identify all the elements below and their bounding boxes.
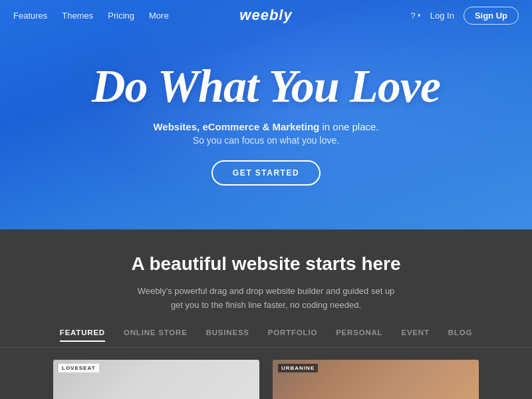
nav-more[interactable]: More (149, 11, 169, 21)
tab-personal[interactable]: PERSONAL (336, 329, 382, 342)
theme-tabs: FEATURED ONLINE STORE BUSINESS PORTFOLIO… (0, 329, 532, 348)
lower-title: A beautiful website starts here (131, 253, 400, 275)
nav-features[interactable]: Features (13, 11, 47, 21)
theme-card-urbanine[interactable]: URBANINE (273, 360, 479, 399)
navbar: Features Themes Pricing More weebly ? ▾ … (0, 0, 532, 31)
tab-event[interactable]: EVENT (401, 329, 429, 342)
hero-content: Do What You Love Websites, eCommerce & M… (92, 63, 440, 186)
nav-right: ? ▾ Log In Sign Up (411, 7, 519, 25)
lower-desc: Weebly's powerful drag and drop website … (138, 284, 395, 313)
signup-button[interactable]: Sign Up (464, 7, 519, 25)
nav-themes[interactable]: Themes (62, 11, 93, 21)
tab-online-store[interactable]: ONLINE STORE (124, 329, 188, 342)
tab-business[interactable]: BUSINESS (206, 329, 249, 342)
theme-card-loveseat[interactable]: LOVESEAT (53, 360, 259, 399)
hero-headline: Do What You Love (92, 63, 440, 110)
tab-portfolio[interactable]: PORTFOLIO (268, 329, 317, 342)
nav-pricing[interactable]: Pricing (108, 11, 134, 21)
tab-featured[interactable]: FEATURED (60, 329, 105, 342)
card-label-loveseat: LOVESEAT (59, 364, 99, 372)
nav-links: Features Themes Pricing More (13, 11, 169, 21)
tab-blog[interactable]: BLOG (448, 329, 472, 342)
hero-subtext-2: So you can focus on what you love. (193, 135, 339, 146)
card-label-urbanine: URBANINE (278, 364, 318, 372)
theme-cards-row: LOVESEAT URBANINE (0, 360, 532, 399)
help-icon: ? (411, 11, 416, 21)
lower-section: A beautiful website starts here Weebly's… (0, 229, 532, 399)
logo[interactable]: weebly (239, 7, 292, 24)
help-button[interactable]: ? ▾ (411, 11, 421, 21)
hero-section: Do What You Love Websites, eCommerce & M… (0, 0, 532, 229)
help-chevron-icon: ▾ (418, 12, 421, 19)
hero-subtext: Websites, eCommerce & Marketing in one p… (153, 119, 378, 135)
login-button[interactable]: Log In (430, 11, 454, 21)
hero-cta-button[interactable]: GET STARTED (211, 160, 321, 186)
